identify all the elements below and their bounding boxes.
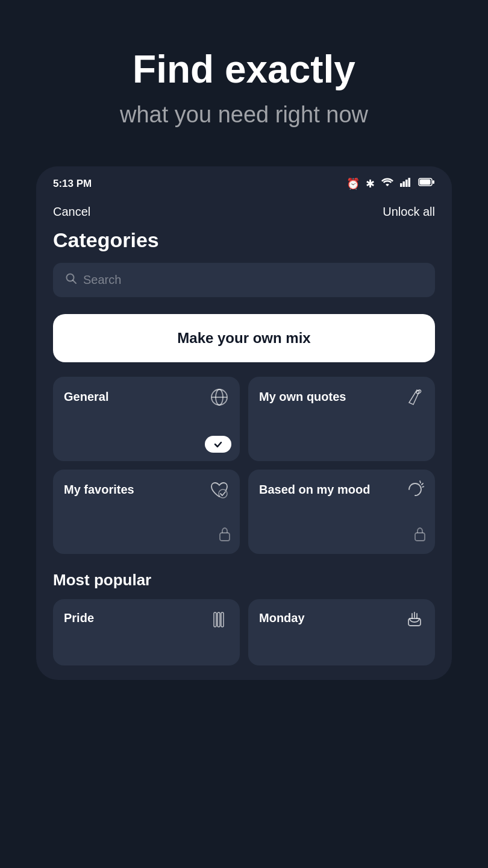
category-pride[interactable]: Pride [53,599,240,665]
search-placeholder: Search [83,273,121,287]
svg-rect-18 [415,533,425,541]
svg-line-8 [73,280,76,283]
category-general-label: General [64,389,180,404]
general-icon [210,388,229,411]
favorites-lock-badge [218,526,231,546]
wifi-icon [381,177,394,190]
quotes-icon [406,388,424,410]
most-popular-title: Most popular [53,571,435,590]
most-popular-grid: Pride Monday [53,599,435,665]
status-icons: ⏰ ✱ [346,177,435,190]
check-badge [205,436,231,453]
category-my-favorites[interactable]: My favorites [53,470,240,554]
categories-grid: General My [53,377,435,554]
search-bar[interactable]: Search [53,263,435,297]
content-area: Categories Search Make your own mix Gene… [36,228,452,665]
svg-rect-19 [214,612,216,627]
hero-section: Find exactly what you need right now [0,0,488,154]
pride-icon [210,610,229,634]
svg-rect-2 [405,180,408,187]
status-bar: 5:13 PM ⏰ ✱ [36,166,452,198]
category-my-own-quotes-label: My own quotes [259,389,375,404]
alarm-icon: ⏰ [346,177,360,190]
svg-rect-21 [221,612,224,627]
make-mix-button[interactable]: Make your own mix [53,314,435,362]
battery-icon [418,177,435,190]
category-my-own-quotes[interactable]: My own quotes [248,377,435,461]
svg-rect-20 [217,612,220,627]
bluetooth-icon: ✱ [366,177,375,190]
phone-mockup: 5:13 PM ⏰ ✱ [36,166,452,680]
svg-rect-5 [433,180,434,184]
hero-subtitle: what you need right now [24,100,464,130]
category-monday[interactable]: Monday [248,599,435,665]
categories-title: Categories [53,228,435,252]
signal-icon [400,177,412,190]
category-general[interactable]: General [53,377,240,461]
svg-rect-14 [220,533,230,541]
svg-rect-6 [420,180,431,185]
mood-lock-badge [413,526,427,546]
lock-icon [218,530,231,545]
search-icon [65,272,77,288]
category-monday-label: Monday [259,611,424,625]
nav-bar: Cancel Unlock all [36,198,452,228]
category-pride-label: Pride [64,611,229,625]
mood-icon [406,480,424,503]
svg-line-17 [420,481,421,483]
category-based-on-mood[interactable]: Based on my mood [248,470,435,554]
category-my-favorites-label: My favorites [64,482,180,497]
category-based-on-mood-label: Based on my mood [259,482,375,497]
monday-icon [405,610,424,634]
svg-line-15 [422,483,423,485]
unlock-all-button[interactable]: Unlock all [383,205,435,219]
favorites-icon [210,480,229,503]
status-time: 5:13 PM [53,178,92,190]
svg-line-16 [422,486,424,487]
cancel-button[interactable]: Cancel [53,205,90,219]
svg-rect-1 [403,181,405,187]
svg-rect-3 [408,178,411,187]
hero-title: Find exactly [24,48,464,90]
svg-rect-0 [400,183,402,187]
lock-icon-2 [413,530,427,545]
